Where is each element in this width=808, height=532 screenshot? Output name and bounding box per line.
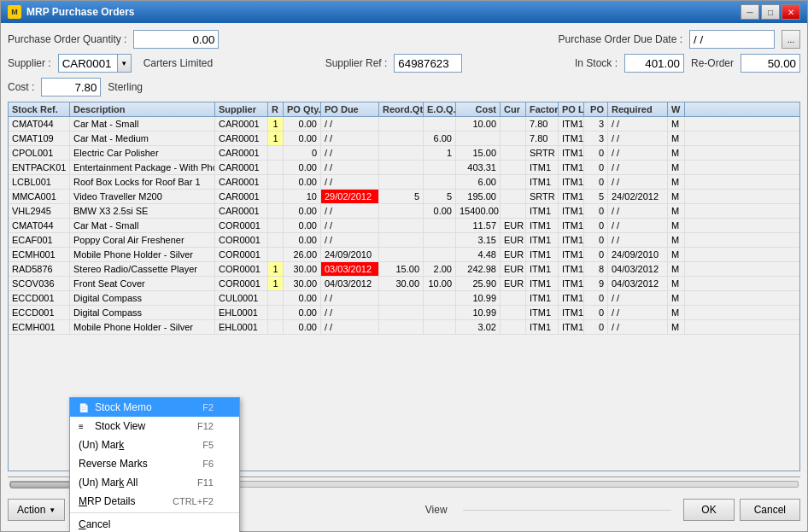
td-po: 0 [584,306,608,319]
td-cost: 403.31 [456,161,501,174]
po-due-date-input[interactable] [689,30,775,49]
supplier-ref-input[interactable] [394,54,462,73]
col-header-w: W [668,102,685,116]
cancel-button[interactable]: Cancel [740,499,800,521]
in-stock-label: In Stock : [575,57,618,69]
table-row[interactable]: LCBL001 Roof Box Locks for Roof Bar 1 CA… [9,175,799,190]
reorder-input[interactable] [741,54,800,73]
menu-item-unmark-key: F5 [202,440,214,450]
menu-item-unmark-all[interactable]: (Un) Mark All F11 [70,473,239,492]
td-polead: ITM1 [559,190,584,203]
table-row[interactable]: ECCD001 Digital Compass EHL0001 0.00 / /… [9,306,799,320]
menu-item-stock-view[interactable]: ≡Stock View F12 [70,417,239,436]
menu-divider [70,512,239,513]
td-reordqty [379,132,424,145]
col-header-factor: Factor [526,102,559,116]
cost-currency: Sterling [108,81,143,93]
td-po: 0 [584,233,608,247]
td-polead: ITM1 [559,306,584,319]
td-poqty: 0.00 [284,320,321,334]
td-supplier: CAR0001 [215,117,268,131]
td-po: 0 [584,161,608,174]
minimize-button[interactable]: ─ [741,4,759,20]
po-due-date-label: Purchase Order Due Date : [559,33,682,45]
menu-item-stock-memo[interactable]: 📄Stock Memo F2 [70,398,239,417]
td-poqty: 0.00 [284,161,321,174]
td-stockref: ECCD001 [9,306,70,319]
td-required: / / [608,291,668,305]
td-poqty: 30.00 [284,262,321,276]
td-desc: Digital Compass [70,306,215,319]
td-eoq [424,248,456,261]
td-polead: ITM1 [559,277,584,290]
td-required: / / [608,175,668,189]
td-po: 8 [584,262,608,276]
td-desc: Digital Compass [70,291,215,305]
maximize-button[interactable]: □ [761,4,780,20]
table-row[interactable]: SCOV036 Front Seat Cover COR0001 1 30.00… [9,277,799,291]
supplier-dropdown[interactable]: ▼ [58,54,132,73]
col-header-desc: Description [70,102,215,116]
col-header-supplier: Supplier [215,102,268,116]
po-quantity-input[interactable] [133,30,219,49]
table-row[interactable]: ECMH001 Mobile Phone Holder - Silver COR… [9,248,799,262]
td-reordqty: 5 [379,190,424,203]
table-row[interactable]: VHL2945 BMW X3 2.5si SE CAR0001 0.00 / /… [9,204,799,219]
table-row[interactable]: CMAT044 Car Mat - Small CAR0001 1 0.00 /… [9,117,799,132]
table-row[interactable]: CPOL001 Electric Car Polisher CAR0001 0 … [9,146,799,161]
form-row-1: Purchase Order Quantity : Purchase Order… [8,30,800,49]
td-podue: 03/03/2012 [321,262,379,276]
table-row[interactable]: ECAF001 Poppy Coral Air Freshener COR000… [9,233,799,248]
in-stock-input[interactable] [624,54,684,73]
supplier-code-input[interactable] [58,54,118,73]
td-supplier: COR0001 [215,233,268,247]
td-r [268,320,284,334]
td-desc: Poppy Coral Air Freshener [70,233,215,247]
td-stockref: VHL2945 [9,204,70,218]
td-podue: 24/09/2010 [321,248,379,261]
td-w: M [668,175,685,189]
menu-item-mrp-details[interactable]: MRP Details CTRL+F2 [70,492,239,511]
td-factor: ITM1 [526,204,559,218]
table-row[interactable]: CMAT109 Car Mat - Medium CAR0001 1 0.00 … [9,132,799,146]
td-supplier: CAR0001 [215,204,268,218]
td-desc: Stereo Radio/Cassette Player [70,262,215,276]
td-cur [501,132,526,145]
td-w: M [668,219,685,232]
table-row[interactable]: RAD5876 Stereo Radio/Cassette Player COR… [9,262,799,277]
td-podue: 29/02/2012 [321,190,379,203]
col-header-reordqty: Reord.Qty. [379,102,424,116]
po-due-date-browse-button[interactable]: ... [782,30,800,49]
app-icon: M [8,5,21,19]
ok-button[interactable]: OK [683,499,734,521]
table-row[interactable]: CMAT044 Car Mat - Small COR0001 0.00 / /… [9,219,799,233]
reorder-label: Re-Order [691,57,734,69]
cost-input[interactable] [41,78,101,96]
scrollbar-thumb[interactable] [10,482,79,488]
td-desc: Car Mat - Small [70,219,215,232]
table-row[interactable]: ENTPACK01 Entertainment Package - With P… [9,161,799,175]
td-factor: 7.80 [526,132,559,145]
td-po: 0 [584,175,608,189]
menu-item-cancel[interactable]: Cancel [70,515,239,532]
supplier-dropdown-arrow[interactable]: ▼ [118,54,132,73]
close-button[interactable]: ✕ [782,4,800,20]
td-cost: 15400.00 [456,204,501,218]
table-row[interactable]: ECCD001 Digital Compass CUL0001 0.00 / /… [9,291,799,306]
table-row[interactable]: MMCA001 Video Traveller M200 CAR0001 10 … [9,190,799,204]
td-factor: ITM1 [526,277,559,290]
td-cost: 242.98 [456,262,501,276]
td-reordqty [379,117,424,131]
td-polead: ITM1 [559,248,584,261]
td-desc: Car Mat - Small [70,117,215,131]
td-required: / / [608,233,668,247]
menu-item-unmark[interactable]: (Un) Mark F5 [70,436,239,454]
td-polead: ITM1 [559,262,584,276]
td-cost: 6.00 [456,175,501,189]
action-button[interactable]: Action ▼ [8,499,65,521]
menu-item-reverse-marks[interactable]: Reverse Marks F6 [70,454,239,473]
td-desc: Mobile Phone Holder - Silver [70,320,215,334]
col-header-eoq: E.O.Q. [424,102,456,116]
table-row[interactable]: ECMH001 Mobile Phone Holder - Silver EHL… [9,320,799,335]
td-polead: ITM1 [559,219,584,232]
